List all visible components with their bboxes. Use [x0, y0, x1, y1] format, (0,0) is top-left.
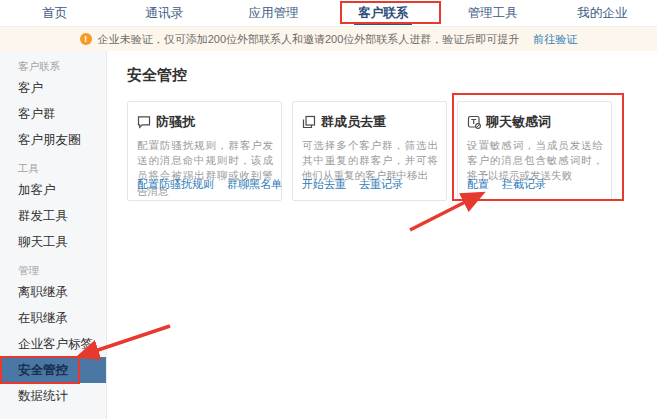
sidebar-item-chat-tool[interactable]: 聊天工具 — [0, 229, 106, 255]
page-title: 安全管控 — [127, 66, 657, 85]
card-title: 防骚扰 — [156, 113, 195, 131]
sidebar-item-resigned-inherit[interactable]: 离职继承 — [0, 279, 106, 305]
warning-icon: ! — [80, 33, 92, 45]
sidebar-group-management: 管理 — [0, 261, 106, 279]
sidebar-item-customer-moments[interactable]: 客户朋友圈 — [0, 127, 106, 153]
main-content: 安全管控 防骚扰 配置防骚扰规则，群客户发送的消息命中规则时，该成员将会被踢出群… — [107, 51, 657, 419]
sensitive-words-icon — [467, 115, 481, 129]
sidebar-item-security-control[interactable]: 安全管控 — [0, 357, 106, 383]
top-nav: 首页 通讯录 应用管理 客户联系 管理工具 我的企业 — [0, 0, 657, 27]
dedupe-records-link[interactable]: 去重记录 — [359, 177, 403, 192]
nav-item-my-enterprise[interactable]: 我的企业 — [548, 0, 657, 26]
nav-item-home[interactable]: 首页 — [0, 0, 110, 26]
anti-harassment-icon — [137, 115, 151, 129]
sidebar-item-customer-groups[interactable]: 客户群 — [0, 101, 106, 127]
feature-cards: 防骚扰 配置防骚扰规则，群客户发送的消息命中规则时，该成员将会被踢出群聊或收到警… — [127, 101, 657, 201]
sidebar-item-data-statistics[interactable]: 数据统计 — [0, 383, 106, 409]
card-member-dedupe: 群成员去重 可选择多个客户群，筛选出其中重复的群客户，并可将他们从重复的客户群中… — [292, 101, 447, 201]
sidebar-item-customers[interactable]: 客户 — [0, 75, 106, 101]
nav-item-label: 客户联系 — [358, 6, 408, 20]
nav-item-contacts[interactable]: 通讯录 — [110, 0, 220, 26]
group-blacklist-link[interactable]: 群聊黑名单 — [227, 177, 282, 192]
sidebar-group-tools: 工具 — [0, 159, 106, 177]
nav-item-management-tools[interactable]: 管理工具 — [438, 0, 548, 26]
start-dedupe-link[interactable]: 开始去重 — [302, 177, 346, 192]
card-title: 聊天敏感词 — [486, 113, 551, 131]
card-sensitive-words: 聊天敏感词 设置敏感词，当成员发送给客户的消息包含敏感词时，将予以提示或发送失败… — [457, 101, 612, 201]
notice-text: 企业未验证，仅可添加200位外部联系人和邀请200位外部联系人进群，验证后即可提… — [98, 32, 520, 47]
sidebar-item-customer-tags[interactable]: 企业客户标签 — [0, 331, 106, 357]
go-verify-link[interactable]: 前往验证 — [533, 32, 577, 47]
dedupe-icon — [302, 115, 316, 129]
sidebar-group-customer-contact: 客户联系 — [0, 57, 106, 75]
active-tab-underline — [354, 22, 412, 25]
nav-item-customer-contact[interactable]: 客户联系 — [329, 0, 439, 26]
sidebar: 客户联系 客户 客户群 客户朋友圈 工具 加客户 群发工具 聊天工具 管理 离职… — [0, 51, 107, 419]
card-title: 群成员去重 — [321, 113, 386, 131]
configure-sensitive-words-link[interactable]: 配置 — [467, 177, 489, 192]
sidebar-item-onjob-inherit[interactable]: 在职继承 — [0, 305, 106, 331]
nav-item-app-management[interactable]: 应用管理 — [219, 0, 329, 26]
sidebar-item-add-customer[interactable]: 加客户 — [0, 177, 106, 203]
configure-anti-harassment-link[interactable]: 配置防骚扰规则 — [137, 177, 214, 192]
card-anti-harassment: 防骚扰 配置防骚扰规则，群客户发送的消息命中规则时，该成员将会被踢出群聊或收到警… — [127, 101, 282, 201]
verification-notice-bar: ! 企业未验证，仅可添加200位外部联系人和邀请200位外部联系人进群，验证后即… — [0, 27, 657, 51]
intercept-records-link[interactable]: 拦截记录 — [502, 177, 546, 192]
sidebar-item-broadcast-tool[interactable]: 群发工具 — [0, 203, 106, 229]
